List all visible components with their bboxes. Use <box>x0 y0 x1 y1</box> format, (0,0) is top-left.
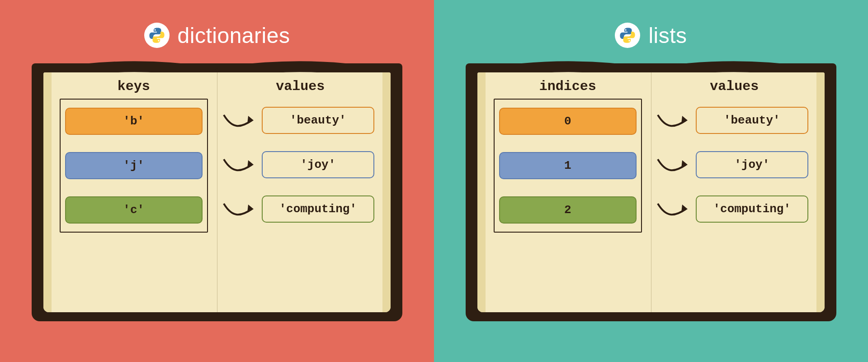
indices-column: 0 1 2 <box>494 99 642 233</box>
value-pill: 'joy' <box>696 151 809 178</box>
key-pill: 'c' <box>65 196 203 224</box>
arrow-icon <box>222 199 259 219</box>
title-row: dictionaries <box>144 23 290 48</box>
key-pill: 'j' <box>65 152 203 179</box>
value-pill: 'beauty' <box>262 107 375 134</box>
keys-header: keys <box>60 79 208 94</box>
panel-title: lists <box>648 23 687 48</box>
index-pill: 0 <box>499 108 637 135</box>
value-pill: 'beauty' <box>696 107 809 134</box>
arrow-icon <box>656 155 693 175</box>
book-illustration: indices 0 1 2 values 'beauty' <box>466 63 836 321</box>
values-column: 'beauty' 'joy' 'computing' <box>226 99 375 231</box>
python-logo-icon <box>144 23 170 48</box>
arrow-icon <box>222 110 259 130</box>
values-header: values <box>660 79 809 94</box>
value-pill: 'joy' <box>262 151 375 178</box>
index-pill: 1 <box>499 152 637 179</box>
panel-lists: lists indices 0 1 2 <box>434 0 868 362</box>
index-pill: 2 <box>499 196 637 224</box>
values-column: 'beauty' 'joy' 'computing' <box>660 99 809 231</box>
key-pill: 'b' <box>65 108 203 135</box>
value-pill: 'computing' <box>262 195 375 223</box>
arrow-icon <box>656 199 693 219</box>
book-illustration: keys 'b' 'j' 'c' values 'beauty' <box>32 63 402 321</box>
panel-title: dictionaries <box>178 23 290 48</box>
arrow-icon <box>222 155 259 175</box>
title-row: lists <box>615 23 687 48</box>
arrow-icon <box>656 110 693 130</box>
python-logo-icon <box>615 23 640 48</box>
keys-column: 'b' 'j' 'c' <box>60 99 208 233</box>
indices-header: indices <box>494 79 642 94</box>
value-pill: 'computing' <box>696 195 809 223</box>
panel-dictionaries: dictionaries keys 'b' 'j' 'c' <box>0 0 434 362</box>
values-header: values <box>226 79 375 94</box>
